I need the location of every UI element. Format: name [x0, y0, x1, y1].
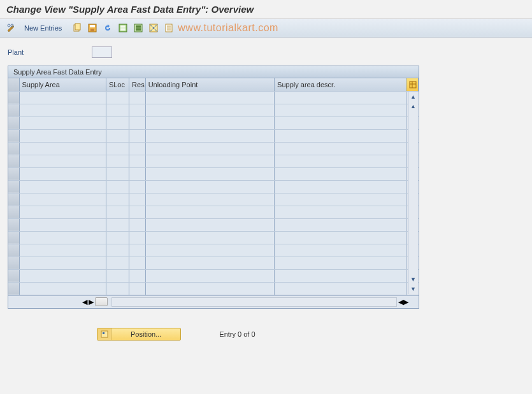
table-row[interactable] — [8, 193, 419, 206]
table-row[interactable] — [8, 206, 419, 218]
save-button[interactable] — [86, 22, 99, 34]
cell-res[interactable] — [129, 244, 146, 257]
cell-unloading-point[interactable] — [145, 193, 274, 206]
copy-as-button[interactable] — [71, 22, 83, 34]
table-config-button[interactable] — [406, 78, 418, 91]
cell-supply-area-descr[interactable] — [275, 206, 406, 218]
cell-supply-area-descr[interactable] — [275, 231, 406, 244]
cell-supply-area[interactable] — [19, 91, 106, 104]
cell-unloading-point[interactable] — [145, 282, 274, 295]
cell-sloc[interactable] — [106, 218, 129, 231]
row-selector[interactable] — [8, 91, 19, 104]
row-selector[interactable] — [8, 129, 19, 142]
cell-res[interactable] — [129, 116, 146, 129]
cell-supply-area-descr[interactable] — [275, 282, 406, 295]
row-selector[interactable] — [8, 116, 19, 129]
cell-supply-area[interactable] — [19, 142, 106, 155]
cell-unloading-point[interactable] — [145, 129, 274, 142]
cell-sloc[interactable] — [106, 142, 129, 155]
cell-supply-area[interactable] — [19, 116, 106, 129]
row-selector[interactable] — [8, 231, 19, 244]
table-row[interactable] — [8, 231, 419, 244]
table-row[interactable] — [8, 155, 419, 167]
table-row[interactable] — [8, 129, 419, 142]
row-selector[interactable] — [8, 244, 19, 257]
cell-res[interactable] — [129, 206, 146, 218]
hscroll-track[interactable] — [111, 297, 397, 307]
cell-supply-area[interactable] — [19, 167, 106, 180]
column-header-supply-area[interactable]: Supply Area — [19, 78, 106, 91]
cell-res[interactable] — [129, 129, 146, 142]
cell-res[interactable] — [129, 269, 146, 282]
plant-input[interactable] — [92, 46, 112, 58]
cell-supply-area[interactable] — [19, 257, 106, 269]
scroll-up-arrow-icon[interactable]: ▲ — [408, 92, 418, 101]
cell-sloc[interactable] — [106, 269, 129, 282]
delete-button[interactable] — [147, 22, 160, 34]
cell-sloc[interactable] — [106, 104, 129, 116]
cell-supply-area[interactable] — [19, 244, 106, 257]
scroll-left-arrow-icon[interactable]: ◀ — [82, 298, 87, 306]
column-header-sloc[interactable]: SLoc — [106, 78, 129, 91]
row-selector[interactable] — [8, 180, 19, 193]
row-selector[interactable] — [8, 193, 19, 206]
row-selector[interactable] — [8, 218, 19, 231]
row-selector[interactable] — [8, 269, 19, 282]
table-row[interactable] — [8, 104, 419, 116]
scroll-down-arrow-icon[interactable]: ▼ — [408, 285, 418, 294]
print-button[interactable] — [162, 22, 175, 34]
row-selector[interactable] — [8, 282, 19, 295]
cell-unloading-point[interactable] — [145, 218, 274, 231]
table-row[interactable] — [8, 91, 419, 104]
cell-supply-area-descr[interactable] — [275, 244, 406, 257]
column-header-select[interactable] — [8, 78, 19, 91]
scroll-down-arrow-icon[interactable]: ▼ — [408, 275, 418, 285]
cell-sloc[interactable] — [106, 231, 129, 244]
cell-supply-area-descr[interactable] — [275, 129, 406, 142]
cell-supply-area-descr[interactable] — [275, 91, 406, 104]
cell-sloc[interactable] — [106, 206, 129, 218]
table-row[interactable] — [8, 257, 419, 269]
cell-unloading-point[interactable] — [145, 91, 274, 104]
cell-supply-area-descr[interactable] — [275, 193, 406, 206]
cell-sloc[interactable] — [106, 257, 129, 269]
cell-supply-area[interactable] — [19, 104, 106, 116]
row-selector[interactable] — [8, 206, 19, 218]
scroll-right-arrow-icon[interactable]: ▶ — [89, 298, 94, 306]
cell-sloc[interactable] — [106, 129, 129, 142]
select-all-button[interactable] — [117, 22, 129, 34]
cell-unloading-point[interactable] — [145, 231, 274, 244]
cell-sloc[interactable] — [106, 167, 129, 180]
cell-supply-area[interactable] — [19, 206, 106, 218]
vertical-scrollbar[interactable]: ▲ ▲ ▼ ▼ — [408, 92, 418, 294]
table-row[interactable] — [8, 180, 419, 193]
cell-supply-area[interactable] — [19, 218, 106, 231]
table-row[interactable] — [8, 244, 419, 257]
cell-sloc[interactable] — [106, 155, 129, 167]
cell-unloading-point[interactable] — [145, 206, 274, 218]
scroll-left-arrow-icon[interactable]: ◀ — [398, 298, 403, 306]
cell-res[interactable] — [129, 231, 146, 244]
column-header-res[interactable]: Res — [129, 78, 146, 91]
toggle-display-change-button[interactable] — [5, 22, 18, 34]
cell-supply-area-descr[interactable] — [275, 155, 406, 167]
table-row[interactable] — [8, 142, 419, 155]
row-selector[interactable] — [8, 257, 19, 269]
cell-unloading-point[interactable] — [145, 104, 274, 116]
table-row[interactable] — [8, 269, 419, 282]
cell-supply-area-descr[interactable] — [275, 167, 406, 180]
cell-sloc[interactable] — [106, 116, 129, 129]
cell-unloading-point[interactable] — [145, 257, 274, 269]
new-entries-button[interactable]: New Entries — [20, 22, 66, 34]
cell-unloading-point[interactable] — [145, 116, 274, 129]
column-header-unloading-point[interactable]: Unloading Point — [145, 78, 274, 91]
cell-supply-area-descr[interactable] — [275, 116, 406, 129]
cell-res[interactable] — [129, 218, 146, 231]
cell-res[interactable] — [129, 193, 146, 206]
scroll-right-arrow-icon[interactable]: ▶ — [403, 298, 408, 306]
cell-supply-area[interactable] — [19, 282, 106, 295]
cell-supply-area-descr[interactable] — [275, 218, 406, 231]
cell-unloading-point[interactable] — [145, 180, 274, 193]
cell-supply-area[interactable] — [19, 269, 106, 282]
cell-res[interactable] — [129, 180, 146, 193]
